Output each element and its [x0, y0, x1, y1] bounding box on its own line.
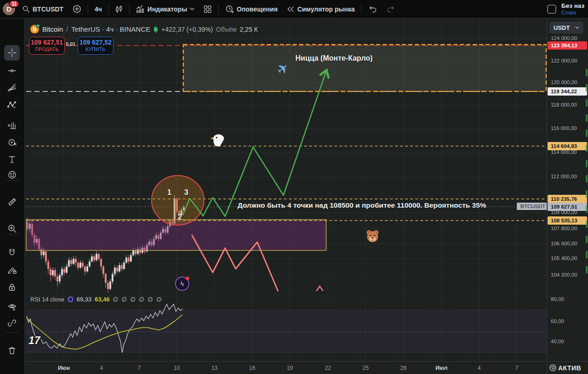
candle-body [102, 266, 104, 274]
candle-body [61, 269, 63, 275]
legend-symbol-details[interactable]: TetherUS · 4ч · BINANCE [71, 25, 150, 33]
eagle-emoji[interactable] [209, 132, 226, 150]
chevron-down-icon [190, 7, 194, 11]
legend-change: +422,37 (+0,39%) [161, 26, 213, 33]
interval-label: 4ч [95, 6, 102, 13]
price-tick: 107 800,00 [551, 226, 577, 231]
candle-body [82, 263, 84, 266]
drawing-mode-lock-button[interactable] [4, 262, 20, 278]
zone-text-annotation[interactable]: Ницца (Монте-Карло) [295, 54, 373, 62]
drawing-toolbar [0, 18, 25, 374]
bear-emoji[interactable] [365, 229, 380, 245]
ruler-icon [7, 197, 17, 207]
undo-button[interactable] [364, 2, 381, 16]
sync-drawings-button[interactable] [4, 315, 20, 331]
alerts-button[interactable]: Оповещения [221, 2, 282, 16]
circle-tool-icon [7, 138, 17, 147]
price-label-orange: 114 604,83 [548, 142, 587, 150]
chart-legend[interactable]: B Bitcoin / TetherUS · 4ч · BINANCE +422… [30, 25, 258, 34]
candle-body [128, 258, 130, 261]
chevron-down-icon [575, 26, 579, 29]
bull-projection-path[interactable] [183, 71, 326, 216]
smiley-icon [7, 170, 17, 180]
zoom-in-tool-button[interactable] [4, 221, 20, 236]
candle-body [52, 270, 54, 275]
layout-grid-button[interactable] [199, 2, 216, 16]
candle-body [43, 251, 45, 255]
tradingview-logo[interactable]: 17 [28, 334, 40, 347]
text-tool-button[interactable] [4, 152, 20, 167]
circle-number-3[interactable]: 3 [184, 188, 188, 197]
user-avatar[interactable]: D 11 [3, 3, 15, 15]
rsi-title[interactable]: RSI 14 close [30, 296, 64, 303]
time-tick: 13 [205, 365, 224, 371]
lock-drawings-button[interactable] [4, 279, 20, 295]
target-zone-box[interactable] [183, 45, 546, 91]
candle-body [125, 258, 127, 263]
axis-mark [586, 130, 588, 137]
bear-caret-mark[interactable] [317, 286, 323, 291]
hide-drawings-button[interactable] [4, 299, 20, 314]
save-layout-link[interactable]: Сохра [561, 9, 585, 16]
candle-body [89, 261, 90, 266]
gann-fan-tool-button[interactable] [4, 79, 20, 95]
candle-body [116, 268, 118, 272]
buy-button[interactable]: 109 627,52 КУПИТЬ [78, 37, 113, 55]
forecast-tool-button[interactable] [4, 118, 20, 133]
event-lightning-badge[interactable]: ϟ [175, 277, 189, 291]
candle-body [84, 266, 86, 272]
zoom-in-icon [7, 224, 17, 233]
circle-number-2[interactable]: 2 [178, 213, 182, 221]
magnet-tool-button[interactable] [4, 245, 20, 261]
price-tick: 122 000,00 [551, 58, 577, 63]
indicators-button[interactable]: Индикаторы [132, 2, 199, 16]
sell-price: 109 627,51 [31, 39, 63, 46]
crosshair-tool-button[interactable] [4, 45, 20, 61]
time-tick: 10 [168, 365, 186, 371]
add-symbol-button[interactable] [68, 2, 85, 16]
candle-body [132, 250, 134, 255]
circle-number-1[interactable]: 1 [167, 188, 171, 197]
axis-mark [586, 160, 588, 167]
remove-drawings-button[interactable] [4, 343, 20, 358]
layout-name-cluster[interactable]: Без наз Сохра [561, 3, 585, 16]
sell-label: ПРОДАТЬ [35, 46, 59, 53]
save-layout-checkbox-icon[interactable] [547, 4, 557, 14]
interval-button[interactable]: 4ч [90, 2, 106, 16]
candle-body [105, 274, 107, 283]
axis-mark [586, 266, 588, 273]
ellipse-tool-button[interactable] [4, 135, 20, 150]
trend-line-tool-button[interactable] [4, 63, 20, 79]
currency-label: USDT [554, 24, 570, 31]
axis-mark [586, 175, 588, 182]
pane-separator [547, 296, 588, 296]
rsi-value-1: 69,33 [77, 296, 92, 303]
candle-body [114, 268, 116, 274]
currency-toggle-button[interactable]: USDT [549, 22, 583, 34]
chart-style-button[interactable] [111, 2, 127, 16]
price-axis[interactable]: USDT 124 000,00122 000,00120 000,00118 0… [547, 18, 588, 361]
symbol-search-button[interactable]: BTCUSDT [18, 2, 68, 16]
bitcoin-icon: B [30, 25, 39, 34]
rsi-legend[interactable]: RSI 14 close 69,33 63,46 ∅ ∅ ∅ ∅ ∅ ∅ [30, 296, 163, 303]
redo-button[interactable] [382, 2, 400, 16]
lock-icon [7, 283, 17, 292]
legend-symbol-name[interactable]: Bitcoin [42, 25, 63, 33]
measure-tool-button[interactable] [4, 194, 20, 210]
time-axis[interactable]: Июн4710131619222528Июл47 [24, 361, 547, 374]
candle-body [100, 259, 102, 266]
pattern-tool-button[interactable] [4, 97, 20, 113]
sell-button[interactable]: 109 627,51 ПРОДАТЬ [29, 37, 65, 55]
candle-body [45, 251, 47, 261]
note-text-annotation[interactable]: Должно быть 4 точки над 108500 и пробите… [237, 201, 486, 210]
time-tick: 25 [356, 365, 375, 371]
time-tick: 16 [243, 365, 261, 371]
rsi-band [26, 310, 547, 352]
time-tick: 22 [319, 365, 337, 371]
symbol-price-tag: BTCUSDT [517, 203, 547, 210]
chart-pane[interactable]: B Bitcoin / TetherUS · 4ч · BINANCE +422… [24, 18, 547, 361]
market-simulator-button[interactable]: Симулятор рынка [283, 2, 359, 16]
price-tick: 116 000,00 [551, 125, 577, 131]
change-candle-icon [153, 26, 158, 33]
axis-mark [586, 114, 588, 122]
